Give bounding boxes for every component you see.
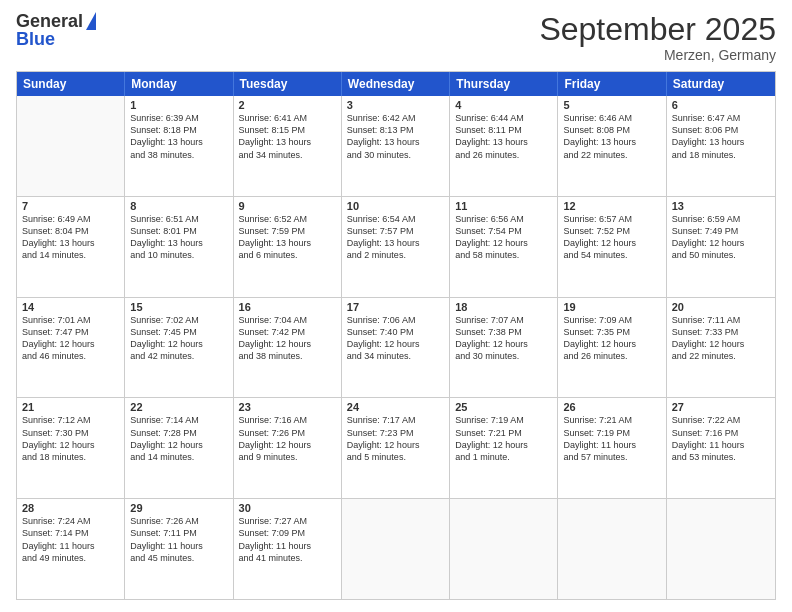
weekday-header: Sunday	[17, 72, 125, 96]
day-info: Sunrise: 7:27 AM Sunset: 7:09 PM Dayligh…	[239, 515, 336, 564]
day-number: 26	[563, 401, 660, 413]
day-info: Sunrise: 7:04 AM Sunset: 7:42 PM Dayligh…	[239, 314, 336, 363]
page-subtitle: Merzen, Germany	[539, 47, 776, 63]
day-info: Sunrise: 7:22 AM Sunset: 7:16 PM Dayligh…	[672, 414, 770, 463]
calendar-row: 28Sunrise: 7:24 AM Sunset: 7:14 PM Dayli…	[17, 498, 775, 599]
calendar-cell: 14Sunrise: 7:01 AM Sunset: 7:47 PM Dayli…	[17, 298, 125, 398]
day-number: 1	[130, 99, 227, 111]
calendar-cell: 29Sunrise: 7:26 AM Sunset: 7:11 PM Dayli…	[125, 499, 233, 599]
weekday-header: Monday	[125, 72, 233, 96]
page-title: September 2025	[539, 12, 776, 47]
day-info: Sunrise: 6:52 AM Sunset: 7:59 PM Dayligh…	[239, 213, 336, 262]
calendar-cell: 6Sunrise: 6:47 AM Sunset: 8:06 PM Daylig…	[667, 96, 775, 196]
day-info: Sunrise: 6:49 AM Sunset: 8:04 PM Dayligh…	[22, 213, 119, 262]
calendar-cell: 13Sunrise: 6:59 AM Sunset: 7:49 PM Dayli…	[667, 197, 775, 297]
day-info: Sunrise: 7:11 AM Sunset: 7:33 PM Dayligh…	[672, 314, 770, 363]
day-info: Sunrise: 7:24 AM Sunset: 7:14 PM Dayligh…	[22, 515, 119, 564]
calendar-cell: 17Sunrise: 7:06 AM Sunset: 7:40 PM Dayli…	[342, 298, 450, 398]
day-number: 3	[347, 99, 444, 111]
day-number: 13	[672, 200, 770, 212]
logo-triangle-icon	[86, 12, 96, 30]
calendar-cell: 8Sunrise: 6:51 AM Sunset: 8:01 PM Daylig…	[125, 197, 233, 297]
weekday-header: Wednesday	[342, 72, 450, 96]
day-number: 8	[130, 200, 227, 212]
header: General Blue September 2025 Merzen, Germ…	[16, 12, 776, 63]
day-number: 9	[239, 200, 336, 212]
day-info: Sunrise: 7:17 AM Sunset: 7:23 PM Dayligh…	[347, 414, 444, 463]
calendar-cell: 15Sunrise: 7:02 AM Sunset: 7:45 PM Dayli…	[125, 298, 233, 398]
day-number: 6	[672, 99, 770, 111]
calendar: SundayMondayTuesdayWednesdayThursdayFrid…	[16, 71, 776, 600]
weekday-header: Saturday	[667, 72, 775, 96]
day-number: 30	[239, 502, 336, 514]
calendar-row: 21Sunrise: 7:12 AM Sunset: 7:30 PM Dayli…	[17, 397, 775, 498]
day-info: Sunrise: 6:47 AM Sunset: 8:06 PM Dayligh…	[672, 112, 770, 161]
title-block: September 2025 Merzen, Germany	[539, 12, 776, 63]
calendar-cell: 7Sunrise: 6:49 AM Sunset: 8:04 PM Daylig…	[17, 197, 125, 297]
calendar-row: 1Sunrise: 6:39 AM Sunset: 8:18 PM Daylig…	[17, 96, 775, 196]
calendar-cell	[17, 96, 125, 196]
calendar-cell: 4Sunrise: 6:44 AM Sunset: 8:11 PM Daylig…	[450, 96, 558, 196]
day-number: 28	[22, 502, 119, 514]
calendar-cell: 3Sunrise: 6:42 AM Sunset: 8:13 PM Daylig…	[342, 96, 450, 196]
day-number: 16	[239, 301, 336, 313]
calendar-cell: 20Sunrise: 7:11 AM Sunset: 7:33 PM Dayli…	[667, 298, 775, 398]
calendar-cell: 16Sunrise: 7:04 AM Sunset: 7:42 PM Dayli…	[234, 298, 342, 398]
calendar-cell: 28Sunrise: 7:24 AM Sunset: 7:14 PM Dayli…	[17, 499, 125, 599]
day-number: 25	[455, 401, 552, 413]
day-number: 11	[455, 200, 552, 212]
calendar-row: 7Sunrise: 6:49 AM Sunset: 8:04 PM Daylig…	[17, 196, 775, 297]
calendar-cell	[450, 499, 558, 599]
calendar-cell: 9Sunrise: 6:52 AM Sunset: 7:59 PM Daylig…	[234, 197, 342, 297]
day-info: Sunrise: 6:54 AM Sunset: 7:57 PM Dayligh…	[347, 213, 444, 262]
calendar-cell: 12Sunrise: 6:57 AM Sunset: 7:52 PM Dayli…	[558, 197, 666, 297]
day-info: Sunrise: 7:07 AM Sunset: 7:38 PM Dayligh…	[455, 314, 552, 363]
day-info: Sunrise: 7:19 AM Sunset: 7:21 PM Dayligh…	[455, 414, 552, 463]
day-number: 22	[130, 401, 227, 413]
day-info: Sunrise: 7:01 AM Sunset: 7:47 PM Dayligh…	[22, 314, 119, 363]
calendar-body: 1Sunrise: 6:39 AM Sunset: 8:18 PM Daylig…	[17, 96, 775, 599]
day-info: Sunrise: 7:06 AM Sunset: 7:40 PM Dayligh…	[347, 314, 444, 363]
calendar-cell: 21Sunrise: 7:12 AM Sunset: 7:30 PM Dayli…	[17, 398, 125, 498]
logo: General Blue	[16, 12, 96, 50]
day-info: Sunrise: 6:42 AM Sunset: 8:13 PM Dayligh…	[347, 112, 444, 161]
day-info: Sunrise: 7:14 AM Sunset: 7:28 PM Dayligh…	[130, 414, 227, 463]
logo-blue-text: Blue	[16, 30, 96, 50]
calendar-cell: 11Sunrise: 6:56 AM Sunset: 7:54 PM Dayli…	[450, 197, 558, 297]
calendar-cell: 1Sunrise: 6:39 AM Sunset: 8:18 PM Daylig…	[125, 96, 233, 196]
day-number: 29	[130, 502, 227, 514]
day-info: Sunrise: 7:02 AM Sunset: 7:45 PM Dayligh…	[130, 314, 227, 363]
day-info: Sunrise: 7:09 AM Sunset: 7:35 PM Dayligh…	[563, 314, 660, 363]
day-number: 4	[455, 99, 552, 111]
day-info: Sunrise: 7:16 AM Sunset: 7:26 PM Dayligh…	[239, 414, 336, 463]
calendar-cell: 18Sunrise: 7:07 AM Sunset: 7:38 PM Dayli…	[450, 298, 558, 398]
day-info: Sunrise: 6:41 AM Sunset: 8:15 PM Dayligh…	[239, 112, 336, 161]
day-info: Sunrise: 6:59 AM Sunset: 7:49 PM Dayligh…	[672, 213, 770, 262]
day-number: 10	[347, 200, 444, 212]
day-info: Sunrise: 6:39 AM Sunset: 8:18 PM Dayligh…	[130, 112, 227, 161]
day-info: Sunrise: 7:26 AM Sunset: 7:11 PM Dayligh…	[130, 515, 227, 564]
day-number: 12	[563, 200, 660, 212]
weekday-header: Friday	[558, 72, 666, 96]
calendar-cell: 5Sunrise: 6:46 AM Sunset: 8:08 PM Daylig…	[558, 96, 666, 196]
day-number: 27	[672, 401, 770, 413]
day-number: 2	[239, 99, 336, 111]
calendar-cell: 23Sunrise: 7:16 AM Sunset: 7:26 PM Dayli…	[234, 398, 342, 498]
day-info: Sunrise: 6:51 AM Sunset: 8:01 PM Dayligh…	[130, 213, 227, 262]
day-info: Sunrise: 6:57 AM Sunset: 7:52 PM Dayligh…	[563, 213, 660, 262]
weekday-header: Thursday	[450, 72, 558, 96]
day-info: Sunrise: 7:21 AM Sunset: 7:19 PM Dayligh…	[563, 414, 660, 463]
day-number: 14	[22, 301, 119, 313]
calendar-cell: 26Sunrise: 7:21 AM Sunset: 7:19 PM Dayli…	[558, 398, 666, 498]
calendar-cell: 19Sunrise: 7:09 AM Sunset: 7:35 PM Dayli…	[558, 298, 666, 398]
day-info: Sunrise: 6:44 AM Sunset: 8:11 PM Dayligh…	[455, 112, 552, 161]
calendar-cell	[667, 499, 775, 599]
calendar-cell: 2Sunrise: 6:41 AM Sunset: 8:15 PM Daylig…	[234, 96, 342, 196]
day-number: 15	[130, 301, 227, 313]
day-info: Sunrise: 7:12 AM Sunset: 7:30 PM Dayligh…	[22, 414, 119, 463]
weekday-header: Tuesday	[234, 72, 342, 96]
calendar-cell	[342, 499, 450, 599]
calendar-cell: 25Sunrise: 7:19 AM Sunset: 7:21 PM Dayli…	[450, 398, 558, 498]
calendar-cell: 27Sunrise: 7:22 AM Sunset: 7:16 PM Dayli…	[667, 398, 775, 498]
calendar-row: 14Sunrise: 7:01 AM Sunset: 7:47 PM Dayli…	[17, 297, 775, 398]
